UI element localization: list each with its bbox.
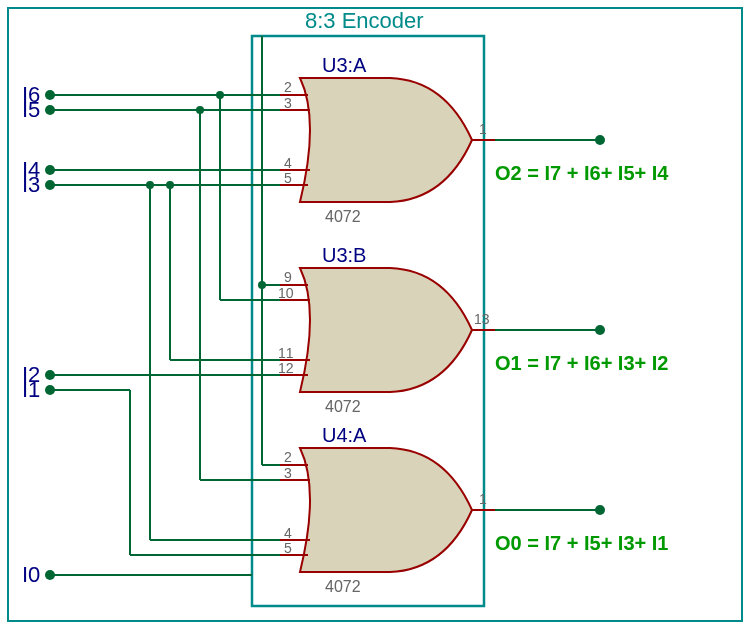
svg-point-64 (258, 281, 266, 289)
input-i5: I5 (22, 97, 40, 122)
svg-text:9: 9 (284, 269, 292, 285)
svg-point-46 (45, 180, 55, 190)
svg-point-37 (216, 91, 224, 99)
gate-u3a: U3:A 2 3 4 5 1 4072 (280, 54, 495, 225)
svg-point-68 (595, 325, 605, 335)
svg-text:4072: 4072 (325, 578, 361, 595)
svg-point-39 (45, 105, 55, 115)
svg-text:4: 4 (284, 155, 292, 171)
gate-u3a-label: U3:A (322, 54, 367, 76)
svg-text:4: 4 (284, 525, 292, 541)
svg-point-44 (45, 165, 55, 175)
input-i1: I1 (22, 377, 40, 402)
output-o2: O2 = I7 + I6+ I5+ I4 (495, 162, 669, 184)
encoder-title: 8:3 Encoder (305, 8, 424, 33)
svg-text:4072: 4072 (325, 208, 361, 225)
encoder-diagram: 8:3 Encoder U3:A 2 3 4 5 1 4072 U3:B 9 1… (0, 0, 750, 629)
input-i3: I3 (22, 172, 40, 197)
svg-point-60 (45, 570, 55, 580)
svg-point-49 (166, 181, 174, 189)
svg-point-52 (146, 181, 154, 189)
gate-u3b: U3:B 9 10 11 12 13 4072 (278, 244, 495, 415)
input-i0: I0 (22, 562, 40, 587)
svg-text:5: 5 (284, 170, 292, 186)
svg-point-56 (45, 385, 55, 395)
svg-text:13: 13 (474, 311, 490, 327)
svg-text:2: 2 (284, 79, 292, 95)
gate-u4a-label: U4:A (322, 424, 367, 446)
svg-text:11: 11 (278, 345, 294, 361)
svg-point-34 (45, 90, 55, 100)
svg-text:1: 1 (479, 121, 487, 137)
svg-text:3: 3 (284, 465, 292, 481)
output-o0: O0 = I7 + I5+ I3+ I1 (495, 532, 668, 554)
gate-u4a: U4:A 2 3 4 5 1 4072 (280, 424, 495, 595)
svg-text:2: 2 (284, 449, 292, 465)
svg-point-54 (45, 370, 55, 380)
output-o1: O1 = I7 + I6+ I3+ I2 (495, 352, 668, 374)
svg-point-70 (595, 505, 605, 515)
svg-text:10: 10 (278, 285, 294, 301)
svg-text:12: 12 (278, 360, 294, 376)
svg-text:4072: 4072 (325, 398, 361, 415)
svg-text:5: 5 (284, 540, 292, 556)
svg-point-66 (595, 135, 605, 145)
svg-text:1: 1 (479, 491, 487, 507)
svg-point-42 (196, 106, 204, 114)
gate-u3b-label: U3:B (322, 244, 366, 266)
svg-text:3: 3 (284, 95, 292, 111)
